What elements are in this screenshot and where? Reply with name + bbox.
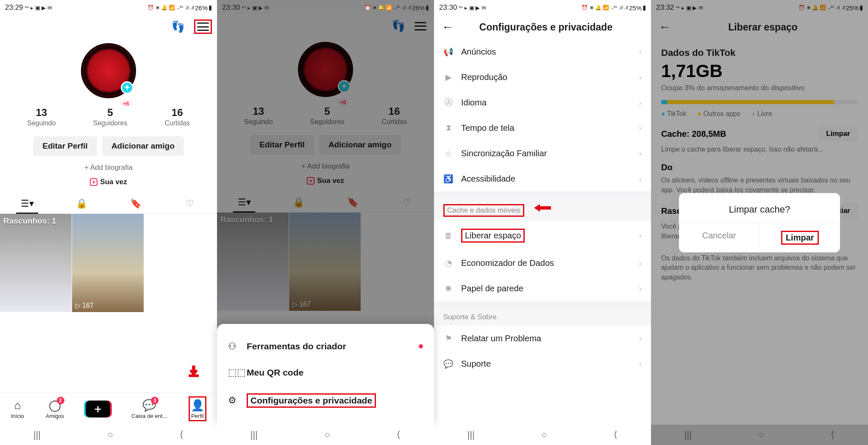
- dialog-title: Limpar cache?: [679, 193, 840, 223]
- trash-icon: 🗑: [443, 231, 453, 241]
- back-button[interactable]: ⟨: [614, 429, 618, 440]
- back-arrow-icon[interactable]: ←: [442, 20, 453, 34]
- hourglass-icon: ⧗: [443, 123, 453, 133]
- settings-reproducao[interactable]: ▶Reprodução›: [434, 64, 651, 90]
- annotation-arrow-icon: [187, 365, 200, 377]
- edit-profile-button[interactable]: Editar Perfil: [33, 136, 97, 156]
- tab-grid[interactable]: ☰▾: [0, 194, 54, 213]
- hamburger-menu: [415, 22, 426, 30]
- tab-saved[interactable]: 🔖: [108, 194, 163, 213]
- page-header: ← Configurações e privacidade: [434, 15, 651, 39]
- language-icon: Ⓐ: [443, 97, 453, 108]
- settings-economizador[interactable]: ◔Economizador de Dados›: [434, 250, 651, 276]
- nav-inbox[interactable]: 💬3Caixa de ent...: [131, 398, 167, 419]
- time: 23:30: [222, 3, 240, 12]
- avatar: +: [298, 42, 353, 97]
- settings-sinc[interactable]: ⌂Sincronização Familiar›: [434, 141, 651, 166]
- svg-marker-1: [534, 204, 551, 212]
- bookmark-icon: 🔖: [130, 198, 142, 209]
- following-stat[interactable]: 13 Seguindo: [27, 107, 56, 127]
- recent-apps-button[interactable]: |||: [250, 429, 258, 440]
- likes-stat[interactable]: 16 Curtidas: [164, 107, 190, 127]
- add-bio-link[interactable]: + Add biografia: [0, 163, 217, 172]
- home-button[interactable]: ○: [107, 429, 113, 440]
- dialog-confirm-button[interactable]: Limpar: [760, 223, 840, 252]
- battery: 26%: [195, 4, 208, 11]
- dialog-overlay[interactable]: Limpar cache? Cancelar Limpar: [651, 0, 868, 445]
- tab-private[interactable]: 🔒: [54, 194, 108, 213]
- recent-apps-button[interactable]: |||: [467, 429, 475, 440]
- back-button[interactable]: ⟨: [180, 429, 184, 440]
- bottom-nav: ⌂Início ◯2Amigos ＋ 💬3Caixa de ent... 👤Pe…: [0, 392, 217, 425]
- heart-icon: ♡: [186, 198, 194, 209]
- person-star-icon: ⚇: [228, 341, 239, 352]
- settings-acess[interactable]: ♿Acessibilidade›: [434, 166, 651, 191]
- play-icon: ▶: [443, 72, 453, 82]
- video-thumb[interactable]: ▷167: [72, 214, 144, 312]
- avatar[interactable]: +: [81, 43, 136, 98]
- screen-free-space: 23:32 ⁿᵘ ▸ ▣ ▶ ✉ ⏰ ⋇ 🔔 📶 ⌵ᵒᴸ .ıl .ıl 25%…: [651, 0, 868, 445]
- home-shield-icon: ⌂: [443, 148, 453, 158]
- lock-icon: 🔒: [76, 198, 87, 209]
- flag-icon: ⚑: [443, 333, 453, 343]
- data-saver-icon: ◔: [443, 258, 453, 268]
- footprints-icon[interactable]: 👣: [171, 20, 185, 33]
- footprints-icon: 👣: [392, 19, 405, 33]
- dialog-cancel-button[interactable]: Cancelar: [679, 223, 760, 252]
- tab-liked[interactable]: ♡: [163, 194, 217, 213]
- back-button[interactable]: ⟨: [397, 429, 401, 440]
- sheet-creator-tools[interactable]: ⚇ Ferramentas do criador: [217, 333, 434, 359]
- hamburger-menu[interactable]: [197, 22, 209, 31]
- recent-apps-button[interactable]: |||: [33, 429, 41, 440]
- status-bar: 23:29 ⁿᵘ ▸ ▣ ▶ ✉ ⏰ ⋇ 🔔 📶 ⌵ᵒᴸ .ıl .ıl 26%…: [0, 0, 217, 15]
- wallpaper-icon: ✺: [443, 283, 453, 293]
- settings-idioma[interactable]: ⒶIdioma›: [434, 90, 651, 115]
- followers-stat[interactable]: +6 5 Seguidores: [93, 107, 128, 127]
- inbox-icon: 💬3: [142, 398, 156, 412]
- accessibility-icon: ♿: [443, 174, 453, 184]
- profile-icon: 👤: [191, 398, 204, 412]
- sheet-settings[interactable]: ⚙ Configurações e privacidade: [217, 386, 434, 415]
- clear-cache-dialog: Limpar cache? Cancelar Limpar: [679, 193, 840, 252]
- friends-icon: ◯2: [48, 398, 62, 412]
- settings-liberar-espaco[interactable]: 🗑 Liberar espaço ›: [434, 221, 651, 250]
- add-friend-button[interactable]: Adicionar amigo: [102, 136, 184, 156]
- nav-friends[interactable]: ◯2Amigos: [46, 398, 64, 419]
- annotation-arrow-icon: [534, 203, 551, 213]
- notification-dot: [419, 344, 423, 348]
- plus-clip-icon: +: [90, 178, 97, 186]
- qr-icon: ⬚⬚: [228, 367, 239, 378]
- gear-icon: ⚙: [228, 395, 239, 406]
- nav-profile[interactable]: 👤Perfil: [189, 396, 206, 421]
- status-bar: 23:30 ⁿᵘ ▸ ▣ ▶ ✉ ⏰ ⋇ 🔔 📶 ⌵ᵒᴸ .ıl .ıl 26%…: [217, 0, 434, 15]
- nav-home[interactable]: ⌂Início: [11, 398, 24, 419]
- settings-tempo[interactable]: ⧗Tempo de tela›: [434, 115, 651, 141]
- section-suporte: Suporte & Sobre: [434, 307, 651, 326]
- home-button[interactable]: ○: [324, 429, 330, 440]
- sheet-qr-code[interactable]: ⬚⬚ Meu QR code: [217, 359, 434, 386]
- drafts-thumb[interactable]: Rascunhos: 1: [0, 214, 72, 312]
- system-nav: ||| ○ ⟨: [0, 425, 217, 445]
- edit-profile-button: Editar Perfil: [250, 135, 314, 155]
- settings-anuncios[interactable]: 📢Anúncios›: [434, 39, 651, 64]
- settings-suporte[interactable]: 💬Suporte›: [434, 351, 651, 376]
- time: 23:29: [5, 3, 23, 12]
- settings-papel[interactable]: ✺Papel de parede›: [434, 276, 651, 301]
- add-story-icon[interactable]: +: [121, 81, 134, 94]
- status-bar: 23:30 ⁿᵘ ▸ ▣ ▶ ✉ ⏰ ⋇ 🔔 📶 ⌵ᵒᴸ .ıl .ıl 25%…: [434, 0, 651, 15]
- section-cache: Cache e dados móveis: [434, 197, 651, 221]
- screen-profile-menu: 23:30 ⁿᵘ ▸ ▣ ▶ ✉ ⏰ ⋇ 🔔 📶 ⌵ᵒᴸ .ıl .ıl 26%…: [217, 0, 434, 445]
- system-nav: ||| ○ ⟨: [217, 425, 434, 445]
- bottom-sheet: ⚇ Ferramentas do criador ⬚⬚ Meu QR code …: [217, 324, 434, 425]
- screen-profile: 23:29 ⁿᵘ ▸ ▣ ▶ ✉ ⏰ ⋇ 🔔 📶 ⌵ᵒᴸ .ıl .ıl 26%…: [0, 0, 217, 445]
- sua-vez-link[interactable]: + Sua vez: [0, 178, 217, 186]
- home-icon: ⌂: [11, 398, 24, 412]
- chat-icon: 💬: [443, 359, 453, 369]
- settings-relatar[interactable]: ⚑Relatar um Problema›: [434, 326, 651, 351]
- screen-settings: 23:30 ⁿᵘ ▸ ▣ ▶ ✉ ⏰ ⋇ 🔔 📶 ⌵ᵒᴸ .ıl .ıl 25%…: [434, 0, 651, 445]
- add-story-icon: +: [338, 80, 351, 93]
- nav-create[interactable]: ＋: [86, 401, 110, 417]
- home-button[interactable]: ○: [541, 429, 547, 440]
- play-icon: ▷: [75, 301, 81, 310]
- system-nav: ||| ○ ⟨: [434, 425, 651, 445]
